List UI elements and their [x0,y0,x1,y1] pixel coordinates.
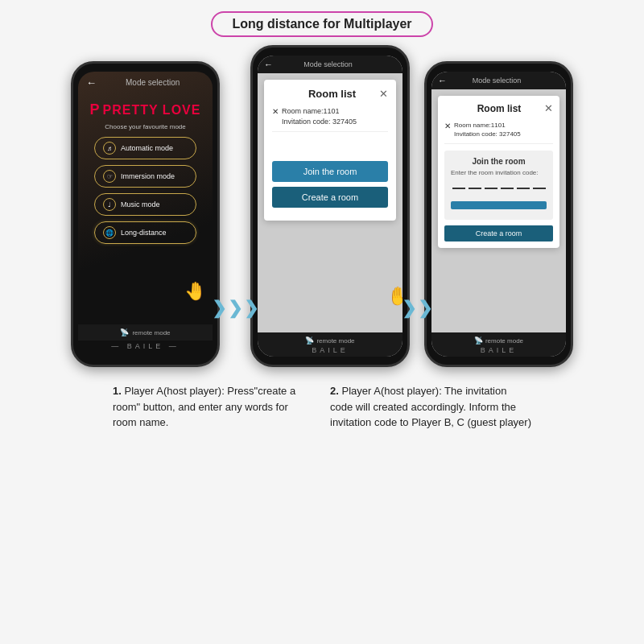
phone3-back[interactable]: ← [438,76,447,85]
mode-buttons: ♬ Automatic mode ☞ Immersion mode ♩ Musi… [78,137,213,244]
phone2-baile: BAILE [258,346,402,354]
phone2-remote-bar: 📡 remote mode [258,335,402,346]
desc-1-text: Player A(host player): Press"create a ro… [113,385,295,428]
phone2-modal-header: Room list ✕ [272,88,388,100]
title-container: Long distance for Multiplayer [0,0,644,37]
phone3-mode-label: Mode selection [473,76,522,85]
desc-2: 2. Player A(host player): The invitation… [330,383,531,431]
phone1-bottom: 📡 remote mode — BAILE — [78,324,213,357]
phone2-mode-label: Mode selection [303,60,353,68]
descriptions: 1. Player A(host player): Press"create a… [0,367,644,439]
room-entry-x: ✕ [272,107,279,116]
phones-row: ← Mode selection P PRETTY LOVE Choose yo… [0,45,644,367]
remote-icon-3: 📡 [474,336,483,345]
room-entry-x-3: ✕ [444,122,451,130]
chevron-1a: ❯ [212,298,226,319]
phone1-topbar: ← Mode selection [78,72,213,93]
join-room-section: Join the room Enter the room invitation … [444,151,553,220]
code-dash-2 [469,188,481,189]
long-distance-label: Long-distance [121,229,167,237]
phone3-create-btn[interactable]: Create a room [444,225,553,242]
phone3-modal-header: Room list ✕ [444,102,553,114]
remote-icon-2: 📡 [305,336,314,345]
immersion-label: Immersion mode [121,172,175,180]
phone3-join-btn[interactable] [451,201,547,209]
phone3-remote-bar: 📡 remote mode [431,335,566,346]
code-dash-6 [533,188,546,189]
automatic-label: Automatic mode [121,144,173,152]
phone2-modal-title: Room list [285,88,379,100]
globe-icon: 🌐 [103,226,116,239]
phone2-remote-label: remote mode [316,337,354,345]
code-input-row [451,180,547,189]
mode-automatic[interactable]: ♬ Automatic mode [94,137,196,159]
phone2-close-icon[interactable]: ✕ [379,88,388,100]
code-dash-3 [485,188,497,189]
invitation-code: Invitation code: 327405 [282,117,357,127]
phone-1-screen: ← Mode selection P PRETTY LOVE Choose yo… [78,72,213,357]
room-entry-info: Room name:1101 Invitation code: 327405 [282,106,357,126]
phone3-modal-box: Room list ✕ ✕ Room name:1101 Invitation … [438,96,559,248]
phone1-baile: — BAILE — [78,342,213,350]
phone3-invitation-code: Invitation code: 327405 [454,130,521,138]
desc-2-text: Player A(host player): The invitation co… [330,385,531,428]
immersion-icon: ☞ [103,170,116,183]
phone-3-screen: ← Mode selection Room list ✕ ✕ [431,72,566,357]
chevron-2a: ❯ [402,298,416,319]
hand-cursor-1: 🤚 [184,281,206,302]
phone1-remote-bar: 📡 remote mode [78,324,213,341]
mode-long-distance[interactable]: 🌐 Long-distance [94,221,196,244]
phone2-back[interactable]: ← [264,60,273,69]
music-label: Music mode [121,200,160,208]
brand-name: PRETTY LOVE [103,103,201,118]
phone2-room-entry: ✕ Room name:1101 Invitation code: 327405 [272,106,388,132]
create-room-btn[interactable]: Create a room [272,187,388,208]
music-icon: ♩ [103,198,116,211]
phone3-topbar: ← Mode selection [431,72,566,89]
chevron-1b: ❯ [228,298,242,319]
phone-1: ← Mode selection P PRETTY LOVE Choose yo… [71,61,220,367]
desc-2-num: 2. [330,385,339,397]
join-room-label: Enter the room invitation code: [451,169,547,176]
arrow-2: ❯ ❯ [402,298,432,319]
phone3-close-icon[interactable]: ✕ [544,102,553,114]
chevron-2b: ❯ [418,298,432,319]
mode-music[interactable]: ♩ Music mode [94,193,196,216]
join-room-title: Join the room [451,157,547,166]
automatic-icon: ♬ [103,142,116,155]
room-name: Room name:1101 [282,106,357,117]
phone3-room-info: Room name:1101 Invitation code: 327405 [454,121,521,138]
choose-text: Choose your favourite mode [78,123,213,130]
phone-2: ← Mode selection Room list ✕ ✕ [250,45,410,367]
desc-1-num: 1. [113,385,122,397]
phone1-mode-label: Mode selection [126,78,180,87]
phone2-modal-overlay: Room list ✕ ✕ Room name:1101 Invitation … [258,73,402,332]
phone2-modal-box: Room list ✕ ✕ Room name:1101 Invitation … [264,80,396,221]
code-dash-4 [501,188,514,189]
brand-p: P [90,101,100,118]
phone3-remote-label: remote mode [485,337,523,345]
join-room-btn[interactable]: Join the room [272,161,388,182]
phone1-back[interactable]: ← [86,76,97,89]
phone3-bottom: 📡 remote mode BAILE [431,332,566,357]
phone3-baile: BAILE [431,346,566,354]
page-title: Long distance for Multiplayer [211,11,432,37]
phone1-remote-label: remote mode [132,329,170,336]
code-dash-5 [517,188,530,189]
mode-immersion[interactable]: ☞ Immersion mode [94,165,196,188]
phone3-room-entry: ✕ Room name:1101 Invitation code: 327405 [444,121,553,144]
desc-1: 1. Player A(host player): Press"create a… [113,383,314,431]
phone2-bottom: 📡 remote mode BAILE [258,332,402,357]
remote-icon-1: 📡 [120,328,129,336]
phone1-brand: P PRETTY LOVE [78,93,213,123]
chevron-1c: ❯ [244,298,258,319]
hand-cursor-2: 🤚 [387,286,402,307]
phone-2-screen: ← Mode selection Room list ✕ ✕ [258,56,402,357]
arrow-1: ❯ ❯ ❯ [212,298,258,319]
phone-3: ← Mode selection Room list ✕ ✕ [424,61,573,367]
phone2-topbar: ← Mode selection [258,56,402,73]
phone3-room-name: Room name:1101 [454,121,521,130]
phone3-modal-title: Room list [454,103,544,114]
phone3-modal-overlay: Room list ✕ ✕ Room name:1101 Invitation … [431,89,566,332]
code-dash-1 [452,188,465,189]
